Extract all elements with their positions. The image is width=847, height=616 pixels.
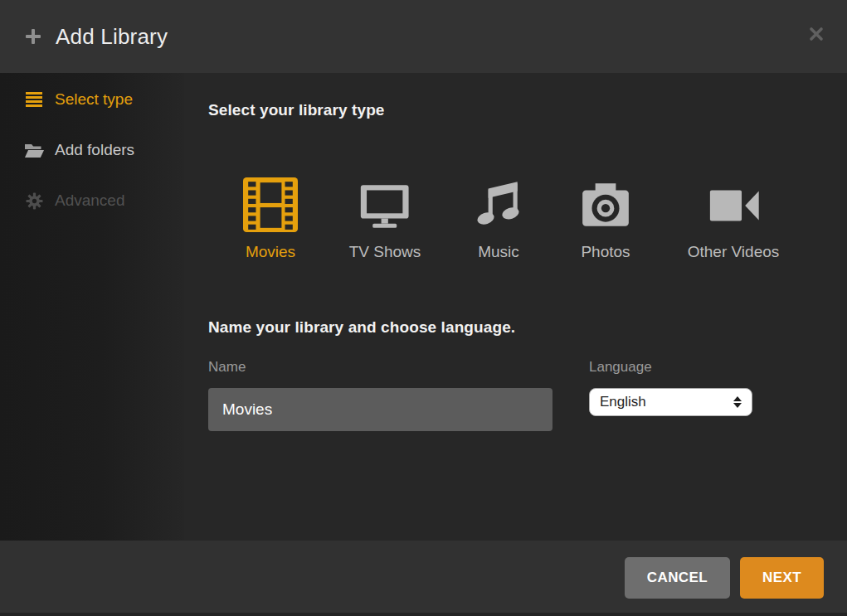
sidebar-item-label: Select type (55, 90, 133, 109)
library-type-other-videos[interactable]: Other Videos (688, 177, 780, 261)
language-field-label: Language (589, 359, 652, 376)
library-type-music[interactable]: Music (471, 177, 526, 261)
section-title-library-type: Select your library type (208, 101, 385, 119)
sidebar-item-add-folders[interactable]: Add folders (23, 138, 134, 162)
cancel-button[interactable]: CANCEL (625, 557, 730, 599)
library-type-label: Other Videos (688, 243, 780, 261)
name-field-label: Name (208, 359, 246, 376)
library-type-label: Photos (581, 243, 630, 261)
library-name-input[interactable] (208, 388, 552, 431)
library-type-photos[interactable]: Photos (578, 177, 633, 261)
library-type-tv-shows[interactable]: TV Shows (349, 177, 421, 261)
tv-monitor-icon (358, 177, 412, 232)
camera-icon (578, 177, 633, 232)
select-stepper-arrows-icon (733, 396, 742, 408)
steps-sidebar: Select type Add folders (0, 73, 184, 541)
library-type-movies[interactable]: Movies (243, 177, 298, 261)
language-select-value: English (600, 394, 733, 410)
dialog-header: Add Library (0, 0, 847, 73)
dialog-bottom-edge (0, 613, 847, 616)
music-note-icon (471, 177, 526, 232)
dialog-footer: CANCEL NEXT (0, 541, 847, 616)
dialog-body: Select your library type Movies (184, 73, 847, 541)
library-type-label: Movies (246, 243, 295, 261)
language-select[interactable]: English (589, 388, 752, 416)
folder-open-icon (23, 143, 45, 158)
plus-icon (23, 27, 43, 46)
sidebar-item-select-type[interactable]: Select type (23, 87, 133, 112)
list-lines-icon (23, 91, 45, 108)
close-icon[interactable] (807, 25, 825, 43)
section-title-name-language: Name your library and choose language. (208, 318, 515, 337)
sidebar-item-advanced: Advanced (23, 188, 125, 213)
library-type-label: Music (478, 243, 519, 261)
sidebar-item-label: Add folders (55, 141, 134, 159)
library-type-label: TV Shows (349, 243, 421, 261)
gear-icon (23, 192, 45, 210)
sidebar-item-label: Advanced (55, 192, 125, 210)
next-button[interactable]: NEXT (740, 557, 824, 599)
dialog-title: Add Library (56, 24, 168, 50)
film-strip-icon (243, 177, 298, 232)
video-camera-icon (706, 177, 761, 232)
